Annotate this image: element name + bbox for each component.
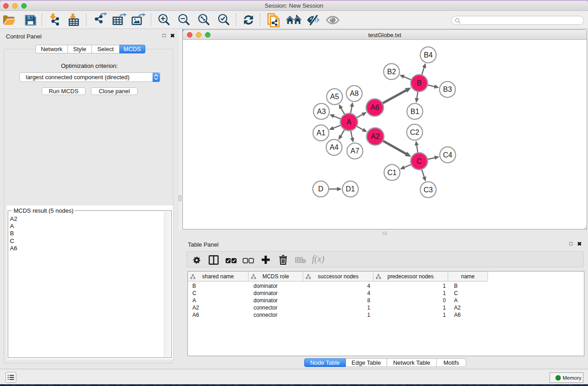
svg-text:B3: B3 bbox=[443, 86, 452, 93]
svg-text:C4: C4 bbox=[443, 151, 453, 159]
svg-text:A4: A4 bbox=[330, 143, 339, 151]
svg-text:D: D bbox=[318, 185, 324, 193]
svg-text:A6: A6 bbox=[370, 104, 379, 111]
svg-text:A1: A1 bbox=[316, 129, 325, 137]
svg-text:C: C bbox=[416, 157, 422, 165]
svg-text:A7: A7 bbox=[350, 147, 359, 155]
svg-text:B2: B2 bbox=[387, 68, 396, 76]
svg-text:B1: B1 bbox=[411, 108, 420, 115]
svg-text:B4: B4 bbox=[424, 51, 433, 59]
svg-text:A2: A2 bbox=[371, 133, 380, 140]
svg-text:A5: A5 bbox=[330, 93, 339, 100]
svg-text:A3: A3 bbox=[317, 108, 326, 115]
svg-text:A8: A8 bbox=[350, 90, 359, 97]
svg-text:C2: C2 bbox=[410, 129, 420, 136]
svg-text:C1: C1 bbox=[387, 169, 397, 176]
svg-text:A: A bbox=[347, 118, 352, 126]
svg-text:D1: D1 bbox=[346, 185, 355, 193]
svg-text:C3: C3 bbox=[424, 186, 433, 194]
svg-text:B: B bbox=[417, 79, 422, 87]
